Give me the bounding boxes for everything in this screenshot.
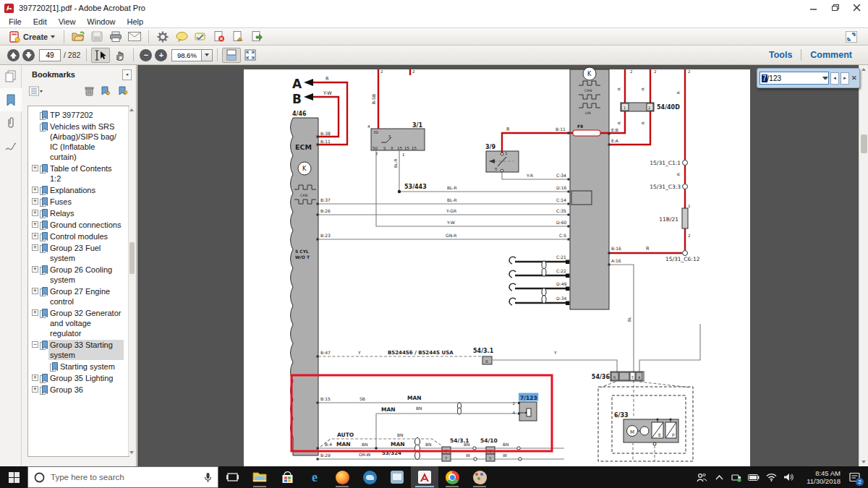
firefox-icon[interactable]: [328, 466, 356, 488]
zoom-dropdown-button[interactable]: [202, 49, 213, 61]
search-input[interactable]: 7/123: [760, 72, 829, 85]
taskbar-search-box[interactable]: Type here to search: [27, 466, 218, 488]
expander-icon[interactable]: +: [32, 244, 38, 251]
bookmark-item[interactable]: +Group 23 Fuel system: [31, 243, 128, 263]
bookmarks-tab[interactable]: [0, 88, 22, 111]
bookmark-item[interactable]: TP 3977202: [31, 110, 128, 120]
expander-icon[interactable]: −: [32, 341, 38, 348]
expand-toolbar-button[interactable]: [842, 29, 861, 44]
settings-gear-button[interactable]: [153, 29, 172, 44]
bookmark-label[interactable]: Group 35 Lighting: [48, 373, 114, 383]
expander-icon[interactable]: +: [32, 221, 38, 228]
expander-icon[interactable]: +: [32, 288, 38, 294]
close-button[interactable]: [846, 0, 868, 16]
microsoft-store-icon[interactable]: [273, 466, 301, 488]
bookmark-label[interactable]: Group 27 Engine control: [48, 286, 124, 307]
bookmark-item[interactable]: +Group 36: [31, 385, 128, 395]
thunderbird-icon[interactable]: [356, 466, 383, 488]
export-pdf-button[interactable]: [229, 29, 247, 44]
edge-browser-icon[interactable]: e: [301, 466, 328, 488]
page-number-input[interactable]: 49: [39, 49, 61, 61]
zoom-level-input[interactable]: 98.6%: [171, 49, 202, 61]
bookmark-label[interactable]: Group 26 Cooling system: [48, 265, 124, 285]
email-button[interactable]: [125, 29, 144, 44]
task-view-button[interactable]: [218, 466, 246, 488]
delete-bookmark-button[interactable]: [85, 86, 94, 99]
taskbar-clock[interactable]: 8:45 AM 11/30/2018: [797, 469, 843, 485]
expander-icon[interactable]: +: [32, 309, 38, 316]
scroll-up-arrow[interactable]: [129, 108, 134, 111]
page-thumbnails-tab[interactable]: [0, 65, 22, 88]
new-bookmark-from-selection-button[interactable]: [118, 86, 129, 99]
scrollbar-thumb[interactable]: [129, 242, 135, 274]
bookmark-label[interactable]: Control modules: [48, 231, 109, 241]
find-previous-button[interactable]: ◂: [830, 72, 839, 85]
secure-pdf-button[interactable]: [210, 29, 229, 44]
hand-tool-button[interactable]: [110, 48, 129, 63]
find-next-button[interactable]: ▸: [841, 72, 849, 85]
chevron-down-icon[interactable]: [822, 77, 828, 80]
bookmark-label[interactable]: Vehicles with SRS (Airbag)/SIPS bag/ IC …: [48, 121, 124, 162]
open-file-button[interactable]: [69, 29, 88, 44]
close-find-bar-icon[interactable]: ✕: [851, 74, 857, 82]
expander-icon[interactable]: +: [32, 210, 38, 216]
bookmark-item[interactable]: Vehicles with SRS (Airbag)/SIPS bag/ IC …: [31, 121, 128, 162]
bookmark-label[interactable]: Starting system: [59, 361, 116, 372]
bookmark-label[interactable]: TP 3977202: [48, 110, 95, 120]
sign-highlight-button[interactable]: [191, 29, 210, 44]
attachments-tab[interactable]: [0, 111, 22, 134]
bookmark-item[interactable]: +Explanations: [31, 185, 128, 195]
action-center-button[interactable]: 2: [843, 466, 865, 488]
bookmarks-scrollbar[interactable]: [128, 106, 135, 456]
volume-icon[interactable]: [780, 466, 797, 488]
file-explorer-icon[interactable]: [246, 466, 273, 488]
paint-icon[interactable]: [466, 466, 493, 488]
bookmark-label[interactable]: Relays: [48, 208, 76, 218]
menu-edit[interactable]: Edit: [27, 17, 53, 26]
comment-panel-button[interactable]: Comment: [801, 50, 861, 60]
signatures-tab[interactable]: [0, 134, 22, 158]
scroll-down-arrow[interactable]: [861, 461, 866, 463]
send-file-button[interactable]: [247, 29, 266, 44]
maximize-button[interactable]: [825, 0, 846, 16]
select-tool-button[interactable]: [91, 48, 110, 63]
previous-page-button[interactable]: [7, 49, 20, 61]
mail-app-icon[interactable]: [383, 466, 411, 488]
wifi-icon[interactable]: [762, 466, 780, 488]
collapse-panel-button[interactable]: ◂: [122, 69, 132, 80]
scrolling-mode-button[interactable]: [222, 48, 241, 63]
bookmark-label[interactable]: Fuses: [48, 197, 73, 207]
tools-panel-button[interactable]: Tools: [760, 50, 801, 60]
save-button[interactable]: [88, 29, 106, 44]
menu-window[interactable]: Window: [81, 17, 121, 26]
bookmark-label[interactable]: Group 36: [48, 385, 85, 395]
bookmark-label[interactable]: Group 32 Generator and voltage regulator: [48, 308, 124, 338]
people-icon[interactable]: [693, 466, 710, 488]
expander-icon[interactable]: +: [32, 165, 38, 171]
next-page-button[interactable]: [22, 49, 35, 61]
print-button[interactable]: [106, 29, 125, 44]
create-button[interactable]: Create: [4, 30, 59, 44]
chrome-icon[interactable]: [438, 466, 466, 488]
menu-view[interactable]: View: [53, 17, 82, 26]
bookmark-item[interactable]: +Group 35 Lighting: [31, 373, 128, 383]
bookmark-item[interactable]: +Relays: [31, 208, 128, 218]
bookmark-item[interactable]: Starting system: [41, 361, 128, 372]
document-scrollbar[interactable]: [859, 65, 868, 466]
battery-icon[interactable]: [745, 466, 762, 488]
zoom-out-button[interactable]: −: [140, 49, 152, 61]
minimize-button[interactable]: [803, 0, 825, 16]
new-bookmark-button[interactable]: [101, 86, 111, 99]
zoom-in-button[interactable]: +: [155, 49, 167, 61]
expander-icon[interactable]: +: [32, 386, 38, 393]
document-area[interactable]: ABRY-W4/46ECMB:38B:11B:37B:26B:235 CYLW/…: [137, 65, 868, 466]
hidden-icons-chevron[interactable]: [710, 466, 728, 488]
bookmark-item[interactable]: +Ground connections: [31, 220, 128, 230]
usb-eject-icon[interactable]: [728, 466, 745, 488]
microphone-icon[interactable]: [204, 472, 212, 483]
bookmark-item[interactable]: +Control modules: [31, 231, 128, 241]
expander-icon[interactable]: +: [32, 187, 38, 193]
bookmark-item[interactable]: +Group 32 Generator and voltage regulato…: [31, 308, 128, 338]
bookmark-item[interactable]: +Fuses: [31, 197, 128, 207]
scrollbar-thumb[interactable]: [861, 134, 867, 153]
